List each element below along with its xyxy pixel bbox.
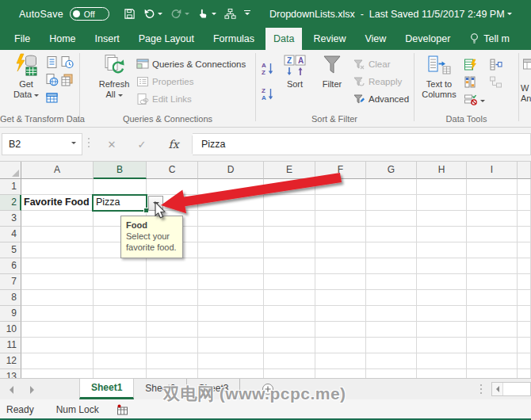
sort-descending-button[interactable]: Z A [259, 86, 275, 101]
cell-G12[interactable] [366, 353, 417, 369]
cell-D10[interactable] [198, 322, 264, 338]
cell-G6[interactable] [366, 258, 417, 274]
from-web-button[interactable] [44, 71, 59, 87]
cell-B10[interactable] [94, 322, 147, 338]
cell-D4[interactable] [198, 227, 264, 242]
cell-B9[interactable] [94, 306, 147, 322]
cell-E13[interactable] [264, 369, 315, 378]
cell-x10[interactable] [518, 322, 531, 338]
cell-G11[interactable] [366, 338, 417, 353]
cell-x12[interactable] [518, 353, 531, 369]
data-validation-dropdown-button[interactable] [148, 196, 163, 211]
horizontal-scrollbar[interactable] [491, 382, 531, 396]
cell-B6[interactable] [94, 258, 147, 274]
cell-H7[interactable] [417, 274, 467, 290]
tab-review[interactable]: Review [305, 28, 353, 50]
cell-x3[interactable] [518, 211, 531, 227]
cell-G3[interactable] [366, 211, 417, 227]
cell-x7[interactable] [518, 274, 531, 290]
clear-filter-button[interactable]: Clear [353, 57, 390, 71]
cell-A9[interactable] [21, 306, 94, 322]
cell-C12[interactable] [147, 353, 198, 369]
cell-E2[interactable] [264, 195, 315, 211]
tab-page-layout[interactable]: Page Layout [131, 28, 202, 50]
cell-G8[interactable] [366, 290, 417, 306]
cell-H8[interactable] [417, 290, 467, 306]
row-header-8[interactable]: 8 [0, 290, 21, 306]
cell-F1[interactable] [315, 179, 366, 195]
row-header-12[interactable]: 12 [0, 353, 21, 369]
row-header-9[interactable]: 9 [0, 306, 21, 322]
touch-mouse-mode-button[interactable] [197, 8, 216, 20]
row-header-3[interactable]: 3 [0, 211, 21, 227]
cell-E8[interactable] [264, 290, 315, 306]
tab-developer[interactable]: Developer [397, 28, 458, 50]
tab-formulas[interactable]: Formulas [205, 28, 262, 50]
column-header-B[interactable]: B [94, 162, 147, 179]
cell-G2[interactable] [366, 195, 417, 211]
cell-I8[interactable] [467, 290, 518, 306]
cell-H6[interactable] [417, 258, 467, 274]
column-header-C[interactable]: C [147, 162, 198, 179]
cell-D9[interactable] [198, 306, 264, 322]
row-header-2[interactable]: 2 [0, 195, 21, 211]
cell-G10[interactable] [366, 322, 417, 338]
tab-file[interactable]: File [6, 28, 38, 50]
cell-I10[interactable] [467, 322, 518, 338]
refresh-all-button[interactable]: Refresh All [93, 52, 136, 100]
remove-duplicates-button[interactable] [462, 74, 478, 90]
cell-x1[interactable] [518, 179, 531, 195]
name-box[interactable]: B2 [2, 133, 82, 155]
tab-insert[interactable]: Insert [87, 28, 128, 50]
cell-B2[interactable]: Pizza [94, 195, 147, 211]
cell-I4[interactable] [467, 227, 518, 242]
edit-links-button[interactable]: Edit Links [136, 92, 192, 106]
row-header-5[interactable]: 5 [0, 242, 21, 258]
cell-A6[interactable] [21, 258, 94, 274]
cell-x9[interactable] [518, 306, 531, 322]
cell-x6[interactable] [518, 258, 531, 274]
column-header-I[interactable]: I [467, 162, 518, 179]
cell-C7[interactable] [147, 274, 198, 290]
cell-H5[interactable] [417, 242, 467, 258]
sort-button[interactable]: Z A Sort [277, 52, 312, 90]
cell-B8[interactable] [94, 290, 147, 306]
cell-F5[interactable] [315, 242, 366, 258]
cell-H11[interactable] [417, 338, 467, 353]
cell-I5[interactable] [467, 242, 518, 258]
advanced-filter-button[interactable]: Advanced [353, 92, 409, 106]
undo-button[interactable] [143, 8, 162, 20]
text-to-columns-button[interactable]: Text to Columns [417, 52, 461, 100]
redo-button[interactable] [170, 8, 189, 20]
cell-H3[interactable] [417, 211, 467, 227]
column-header-D[interactable]: D [198, 162, 264, 179]
cell-H1[interactable] [417, 179, 467, 195]
name-box-dropdown-icon[interactable] [71, 142, 76, 147]
cell-x13[interactable] [518, 369, 531, 378]
cell-D3[interactable] [198, 211, 264, 227]
tab-home[interactable]: Home [41, 28, 83, 50]
relationships-button[interactable] [487, 74, 503, 90]
cell-G1[interactable] [366, 179, 417, 195]
cell-D5[interactable] [198, 242, 264, 258]
sheet-nav-right-icon[interactable] [30, 386, 34, 394]
save-button[interactable] [124, 8, 136, 20]
cell-C13[interactable] [147, 369, 198, 378]
get-data-button[interactable]: Get Data [5, 52, 48, 100]
enter-button[interactable]: ✓ [132, 133, 152, 155]
cell-H13[interactable] [417, 369, 467, 378]
cell-C11[interactable] [147, 338, 198, 353]
row-header-10[interactable]: 10 [0, 322, 21, 338]
column-header-partial[interactable] [518, 162, 531, 179]
cell-C10[interactable] [147, 322, 198, 338]
cell-H4[interactable] [417, 227, 467, 242]
cell-A2[interactable]: Favorite Food [21, 195, 94, 211]
cell-B12[interactable] [94, 353, 147, 369]
cell-A3[interactable] [21, 211, 94, 227]
cell-I2[interactable] [467, 195, 518, 211]
cell-E6[interactable] [264, 258, 315, 274]
column-header-F[interactable]: F [315, 162, 366, 179]
cell-A13[interactable] [21, 369, 94, 378]
recent-sources-button[interactable] [59, 54, 74, 70]
cell-E4[interactable] [264, 227, 315, 242]
